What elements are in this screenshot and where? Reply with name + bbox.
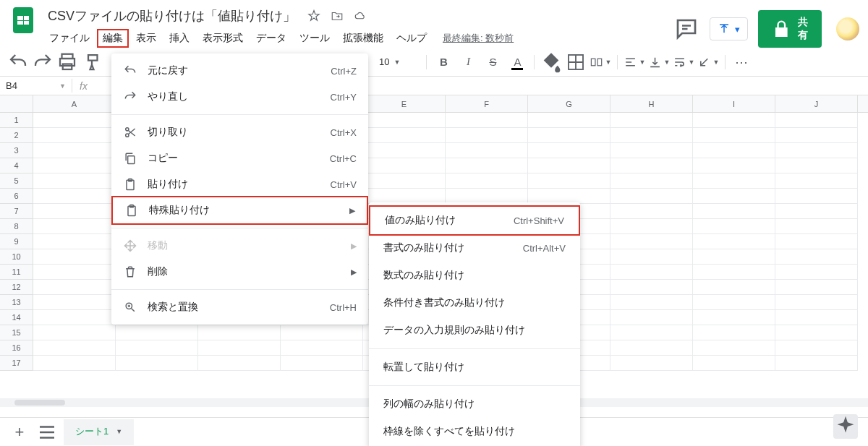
row-header[interactable]: 6 xyxy=(0,189,33,204)
cell[interactable] xyxy=(693,295,775,310)
row-header[interactable]: 12 xyxy=(0,280,33,295)
cell[interactable] xyxy=(198,325,281,340)
col-header[interactable]: A xyxy=(33,95,116,112)
col-header[interactable]: I xyxy=(693,95,775,112)
row-header[interactable]: 9 xyxy=(0,234,33,249)
cell[interactable] xyxy=(775,219,858,234)
cell[interactable] xyxy=(363,173,446,189)
cell[interactable] xyxy=(610,295,693,310)
cell[interactable] xyxy=(610,234,693,249)
cell[interactable] xyxy=(693,143,775,158)
cell[interactable] xyxy=(363,143,446,158)
row-header[interactable]: 17 xyxy=(0,356,33,371)
comments-icon[interactable] xyxy=(673,16,699,42)
row-header[interactable]: 10 xyxy=(0,249,33,265)
submenu-item-列の幅のみ貼り付け[interactable]: 列の幅のみ貼り付け xyxy=(369,390,580,418)
cell[interactable] xyxy=(775,143,858,158)
menu-item-削除[interactable]: 削除▶ xyxy=(111,259,368,285)
explore-button[interactable] xyxy=(833,414,858,439)
fill-color-button[interactable] xyxy=(540,51,562,73)
move-folder-icon[interactable] xyxy=(331,9,344,22)
menu-view[interactable]: 表示 xyxy=(130,29,162,48)
present-button[interactable]: ▾ xyxy=(710,17,748,40)
sheet-tab-arrow-icon[interactable]: ▼ xyxy=(116,428,122,435)
menu-data[interactable]: データ xyxy=(250,29,292,48)
cell[interactable] xyxy=(775,173,858,189)
cell[interactable] xyxy=(33,265,116,280)
cell[interactable] xyxy=(33,204,116,219)
cell[interactable] xyxy=(610,340,693,356)
sheets-logo[interactable] xyxy=(9,6,38,35)
cell[interactable] xyxy=(281,356,363,371)
valign-button[interactable]: ▼ xyxy=(648,51,670,73)
name-box[interactable]: B4 ▼ xyxy=(0,79,72,93)
col-header[interactable]: F xyxy=(446,95,528,112)
menu-insert[interactable]: 挿入 xyxy=(163,29,195,48)
cell[interactable] xyxy=(33,219,116,234)
cell[interactable] xyxy=(610,158,693,173)
cell[interactable] xyxy=(528,189,610,204)
star-icon[interactable] xyxy=(307,9,320,22)
cell[interactable] xyxy=(693,265,775,280)
cell[interactable] xyxy=(610,173,693,189)
cell[interactable] xyxy=(775,295,858,310)
cell[interactable] xyxy=(610,189,693,204)
cell[interactable] xyxy=(775,356,858,371)
borders-button[interactable] xyxy=(565,51,587,73)
menu-item-特殊貼り付け[interactable]: 特殊貼り付け▶ xyxy=(111,196,368,225)
all-sheets-button[interactable] xyxy=(36,421,58,443)
row-header[interactable]: 3 xyxy=(0,143,33,158)
cell[interactable] xyxy=(610,280,693,295)
redo-button[interactable] xyxy=(32,51,54,73)
cell[interactable] xyxy=(281,340,363,356)
menu-format[interactable]: 表示形式 xyxy=(197,29,249,48)
cell[interactable] xyxy=(528,173,610,189)
cell[interactable] xyxy=(33,189,116,204)
submenu-item-枠線を除くすべてを貼り付け[interactable]: 枠線を除くすべてを貼り付け xyxy=(369,418,580,445)
cell[interactable] xyxy=(528,113,610,128)
cell[interactable] xyxy=(693,340,775,356)
cell[interactable] xyxy=(363,189,446,204)
align-button[interactable]: ▼ xyxy=(624,51,645,73)
cell[interactable] xyxy=(363,158,446,173)
menu-extensions[interactable]: 拡張機能 xyxy=(337,29,389,48)
cell[interactable] xyxy=(33,113,116,128)
row-header[interactable]: 15 xyxy=(0,325,33,340)
cell[interactable] xyxy=(610,204,693,219)
cell[interactable] xyxy=(693,356,775,371)
cell[interactable] xyxy=(446,128,528,143)
row-header[interactable]: 13 xyxy=(0,295,33,310)
cell[interactable] xyxy=(446,189,528,204)
cell[interactable] xyxy=(775,128,858,143)
submenu-item-書式のみ貼り付け[interactable]: 書式のみ貼り付けCtrl+Alt+V xyxy=(369,234,580,262)
paint-format-button[interactable] xyxy=(81,51,103,73)
row-header[interactable]: 4 xyxy=(0,158,33,173)
col-header[interactable]: E xyxy=(363,95,446,112)
cell[interactable] xyxy=(775,280,858,295)
row-header[interactable]: 11 xyxy=(0,265,33,280)
cell[interactable] xyxy=(446,143,528,158)
cell[interactable] xyxy=(33,280,116,295)
share-button[interactable]: 共有 xyxy=(758,10,822,48)
cell[interactable] xyxy=(198,340,281,356)
cell[interactable] xyxy=(693,204,775,219)
col-header[interactable]: H xyxy=(610,95,693,112)
cell[interactable] xyxy=(610,265,693,280)
cell[interactable] xyxy=(33,356,116,371)
submenu-item-数式のみ貼り付け[interactable]: 数式のみ貼り付け xyxy=(369,262,580,289)
row-header[interactable]: 8 xyxy=(0,219,33,234)
avatar[interactable] xyxy=(836,17,859,40)
menu-item-検索と置換[interactable]: 検索と置換Ctrl+H xyxy=(111,294,368,320)
cell[interactable] xyxy=(775,249,858,265)
cell[interactable] xyxy=(775,325,858,340)
add-sheet-button[interactable]: + xyxy=(9,421,30,443)
menu-help[interactable]: ヘルプ xyxy=(391,29,433,48)
menu-item-やり直し[interactable]: やり直しCtrl+Y xyxy=(111,84,368,110)
text-color-button[interactable]: A xyxy=(506,51,528,73)
cell[interactable] xyxy=(610,356,693,371)
cell[interactable] xyxy=(775,310,858,325)
cell[interactable] xyxy=(33,249,116,265)
cell[interactable] xyxy=(528,143,610,158)
cell[interactable] xyxy=(33,325,116,340)
strikethrough-button[interactable]: S xyxy=(482,51,503,73)
